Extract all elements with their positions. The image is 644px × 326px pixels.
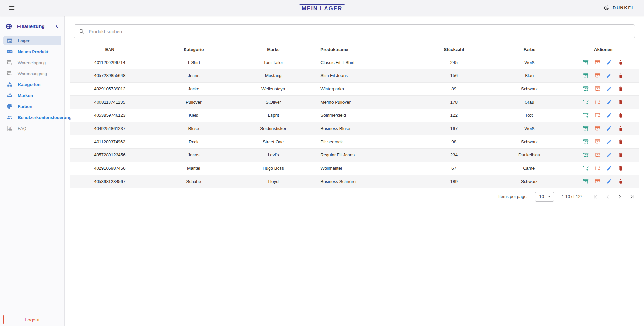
stock-remove-icon (594, 178, 601, 184)
users-icon (6, 114, 13, 121)
pencil-icon (606, 125, 612, 132)
search-input[interactable] (89, 29, 630, 34)
add-stock-button[interactable] (582, 178, 590, 185)
delete-button[interactable] (617, 72, 624, 79)
cell-marke: Hugo Boss (238, 162, 309, 175)
menu-button[interactable] (7, 3, 17, 13)
cell-aktionen (568, 82, 639, 95)
table-row: 4053981234567 Schuhe Lloyd Business Schn… (70, 175, 639, 188)
edit-button[interactable] (606, 125, 613, 132)
theme-toggle-button[interactable]: DUNKEL (603, 5, 635, 11)
app-title: MEIN LAGER (300, 4, 345, 12)
cell-aktionen (568, 95, 639, 109)
sidebar-item-lager[interactable]: Lager (3, 36, 61, 45)
add-stock-button[interactable] (582, 72, 590, 79)
add-stock-button[interactable] (582, 59, 590, 66)
remove-stock-button[interactable] (594, 152, 601, 159)
previous-page-button[interactable] (603, 192, 612, 202)
add-stock-button[interactable] (582, 138, 590, 145)
trash-icon (618, 112, 624, 118)
edit-button[interactable] (606, 138, 613, 145)
sidebar-item-marken[interactable]: Marken (3, 91, 61, 100)
column-header-ean: EAN (70, 44, 149, 56)
sidebar-item-farben[interactable]: Farben (3, 102, 61, 111)
category-icon (6, 81, 13, 88)
remove-stock-button[interactable] (594, 165, 601, 172)
remove-stock-button[interactable] (594, 112, 601, 119)
moon-icon (603, 5, 610, 11)
sidebar: Filialleitung Lager NEW (0, 16, 65, 326)
column-header-stueckzahl: Stückzahl (417, 44, 491, 56)
last-page-button[interactable] (627, 192, 637, 202)
page-range-label: 1-10 of 124 (562, 194, 583, 199)
next-page-button[interactable] (615, 192, 625, 202)
sidebar-item-label: Marken (18, 93, 33, 98)
cell-ean: 4011200374962 (70, 135, 149, 148)
sidebar-item-wareneingang[interactable]: Wareneingang (3, 58, 61, 67)
edit-button[interactable] (606, 59, 613, 66)
faq-icon: ?! (6, 125, 13, 132)
cell-aktionen (568, 148, 639, 162)
stock-remove-icon (594, 165, 601, 171)
remove-stock-button[interactable] (594, 178, 601, 185)
sidebar-item-faq[interactable]: ?! FAQ (3, 123, 61, 133)
add-stock-button[interactable] (582, 165, 590, 172)
pencil-icon (606, 99, 612, 105)
delete-button[interactable] (617, 152, 624, 159)
palette-icon (6, 103, 13, 110)
first-page-button[interactable] (591, 192, 600, 202)
delete-button[interactable] (617, 125, 624, 132)
cell-kategorie: Bluse (149, 122, 238, 135)
cell-marke: Wellensteyn (238, 82, 309, 95)
delete-button[interactable] (617, 138, 624, 145)
remove-stock-button[interactable] (594, 99, 601, 106)
page-size-select[interactable]: 10 (535, 192, 554, 202)
cell-kategorie: Pullover (149, 95, 238, 109)
remove-stock-button[interactable] (594, 72, 601, 79)
page-size-value: 10 (539, 194, 544, 199)
remove-stock-button[interactable] (594, 85, 601, 93)
add-stock-button[interactable] (582, 125, 590, 132)
sidebar-collapse-button[interactable] (53, 22, 61, 30)
remove-stock-button[interactable] (594, 125, 601, 132)
cell-marke: Lloyd (238, 175, 309, 188)
cell-farbe: Weiß (491, 56, 568, 69)
table-row: 4011200374962 Rock Street One Plisseeroc… (70, 135, 639, 148)
sidebar-item-label: Warenausgang (18, 71, 47, 76)
edit-button[interactable] (606, 72, 613, 79)
delete-button[interactable] (617, 99, 624, 106)
new-badge-icon: NEW (6, 48, 13, 55)
sidebar-item-warenausgang[interactable]: Warenausgang (3, 69, 61, 78)
cell-aktionen (568, 135, 639, 148)
edit-button[interactable] (606, 112, 613, 119)
cell-ean: 4008118741235 (70, 95, 149, 109)
sidebar-item-benutzerkontensteuerung[interactable]: Benutzerkontensteuerung (3, 113, 61, 122)
sidebar-item-kategorien[interactable]: Kategorien (3, 80, 61, 89)
delete-button[interactable] (617, 165, 624, 172)
stock-add-icon (583, 59, 589, 65)
remove-stock-button[interactable] (594, 59, 601, 66)
chevron-right-icon (617, 194, 623, 200)
sidebar-item-neues-produkt[interactable]: NEW Neues Produkt (3, 47, 61, 56)
delete-button[interactable] (617, 85, 624, 93)
delete-button[interactable] (617, 112, 624, 119)
logout-button[interactable]: Logout (3, 315, 61, 324)
edit-button[interactable] (606, 85, 613, 93)
stock-remove-icon (594, 99, 601, 105)
add-stock-button[interactable] (582, 152, 590, 159)
delete-button[interactable] (617, 178, 624, 185)
add-stock-button[interactable] (582, 85, 590, 93)
edit-button[interactable] (606, 152, 613, 159)
stock-remove-icon (594, 59, 601, 65)
trash-icon (618, 152, 624, 158)
edit-button[interactable] (606, 165, 613, 172)
add-stock-button[interactable] (582, 112, 590, 119)
edit-button[interactable] (606, 99, 613, 106)
cell-kategorie: Jeans (149, 69, 238, 82)
delete-button[interactable] (617, 59, 624, 66)
cell-stueckzahl: 178 (417, 95, 491, 109)
add-stock-button[interactable] (582, 99, 590, 106)
remove-stock-button[interactable] (594, 138, 601, 145)
cell-kategorie: Jeans (149, 148, 238, 162)
edit-button[interactable] (606, 178, 613, 185)
